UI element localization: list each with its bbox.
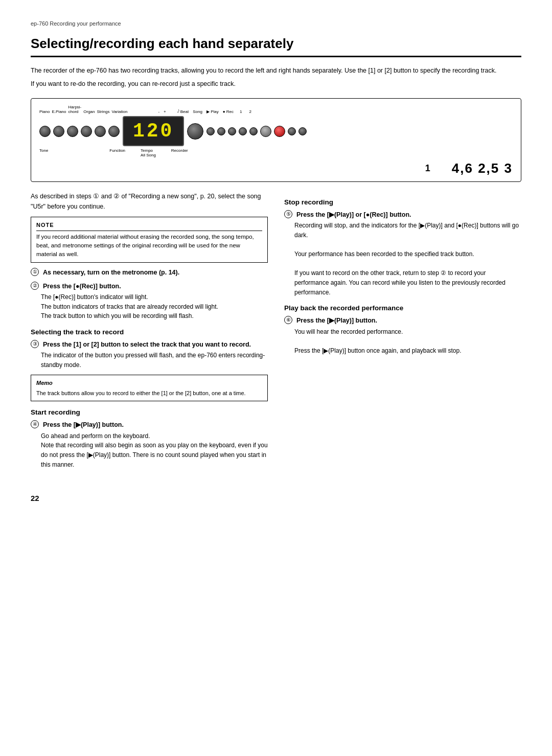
- note-box: NOTE If you record additional material w…: [31, 217, 268, 263]
- step3-circle: ③: [31, 340, 39, 348]
- breadcrumb: ep-760 Recording your performance: [31, 20, 521, 27]
- memo-text: The track buttons allow you to record to…: [36, 390, 246, 396]
- label-function: Function: [109, 148, 125, 157]
- label-song: Song: [193, 109, 202, 114]
- knob-center[interactable]: [187, 123, 203, 140]
- note-title: NOTE: [36, 221, 262, 231]
- step6-sub1: You will hear the recorded performance.: [294, 328, 403, 335]
- keyboard-diagram: Piano E.Piano Harpsi-chord Organ Strings…: [31, 98, 521, 182]
- label-minus: -: [158, 109, 159, 114]
- label-recorder: Recorder: [171, 148, 188, 157]
- btn-rec[interactable]: [274, 126, 285, 137]
- knob-piano[interactable]: [39, 126, 51, 137]
- knob-beat[interactable]: [239, 127, 247, 135]
- step4-text: Press the [▶(Play)] button.: [43, 420, 124, 430]
- step2-sub3: The track button to which you will be re…: [41, 312, 194, 319]
- label-rec: ● Rec: [223, 109, 234, 114]
- intro-line1: The recorder of the ep-760 has two recor…: [31, 65, 521, 76]
- step6-text: Press the [▶(Play)] button.: [296, 316, 377, 326]
- btn-track1[interactable]: [288, 127, 296, 135]
- step1-text: As necessary, turn on the metronome (p. …: [43, 268, 179, 278]
- btn-play[interactable]: [260, 126, 271, 137]
- prereq-text: As described in steps ① and ② of "Record…: [31, 191, 268, 212]
- stop-recording-heading: Stop recording: [284, 198, 521, 206]
- label-tone-bottom: Tone: [39, 148, 48, 157]
- step2-text: Press the [●(Rec)] button.: [43, 282, 121, 291]
- knob-metro[interactable]: [228, 127, 236, 135]
- note-text: If you record additional material withou…: [36, 234, 254, 258]
- label-1: 1: [240, 109, 242, 114]
- knob-minus[interactable]: [206, 127, 215, 135]
- step4-sub1: Go ahead and perform on the keyboard.: [41, 432, 150, 440]
- page-title: Selecting/recording each hand separately: [31, 36, 521, 57]
- label-harpsi: Harpsi-chord: [68, 105, 82, 114]
- memo-box: Memo The track buttons allow you to reco…: [31, 375, 268, 401]
- label-organ: Organ: [83, 109, 95, 114]
- step3-sub1: The indicator of the button you pressed …: [41, 352, 265, 369]
- knob-harpsi[interactable]: [67, 126, 78, 137]
- memo-title: Memo: [36, 379, 262, 387]
- step-numbers: 1 4,6 2,5 3: [39, 161, 513, 176]
- knob-organ[interactable]: [81, 126, 92, 137]
- step5-sub2: Your performance has been recorded to th…: [294, 250, 474, 258]
- display-box: 120: [123, 116, 184, 146]
- step2-sub2: The button indicators of tracks that are…: [41, 303, 218, 310]
- intro-line2: If you want to re-do the recording, you …: [31, 79, 521, 89]
- play-back-heading: Play back the recorded performance: [284, 304, 521, 312]
- step2-circle: ②: [31, 282, 39, 290]
- knob-epiano[interactable]: [53, 126, 64, 137]
- step5-sub3: If you want to record on the other track…: [294, 269, 505, 295]
- label-epiano: E.Piano: [52, 109, 66, 114]
- step1-circle: ①: [31, 268, 39, 276]
- step6-sub2: Press the [▶(Play)] button once again, a…: [294, 347, 462, 354]
- step4-sub2: Note that recording will also begin as s…: [41, 442, 268, 468]
- knob-variation[interactable]: [108, 126, 120, 137]
- label-strings: Strings: [97, 109, 110, 114]
- label-tempo: TempoAll Song: [141, 148, 156, 157]
- knob-plus[interactable]: [217, 127, 225, 135]
- step4-circle: ④: [31, 420, 39, 428]
- start-recording-heading: Start recording: [31, 408, 268, 416]
- label-play: ▶ Play: [206, 109, 219, 114]
- step6-circle: ⑥: [284, 316, 292, 324]
- knob-song[interactable]: [249, 127, 258, 135]
- knob-strings[interactable]: [95, 126, 106, 137]
- label-plus: +: [164, 109, 166, 114]
- step3-text: Press the [1] or [2] button to select th…: [43, 340, 251, 350]
- label-2: 2: [249, 109, 251, 114]
- step5-sub1: Recording will stop, and the indicators …: [294, 222, 519, 239]
- page-number: 22: [31, 494, 521, 502]
- step2-sub1: The [●(Rec)] button's indicator will lig…: [41, 293, 148, 301]
- selecting-track-heading: Selecting the track to record: [31, 328, 268, 336]
- label-beat: Beat: [180, 109, 189, 114]
- label-piano: Piano: [39, 109, 50, 114]
- label-variation: Variation: [111, 109, 127, 114]
- step5-circle: ⑤: [284, 210, 292, 218]
- step5-text: Press the [▶(Play)] or [●(Rec)] button.: [296, 210, 411, 220]
- btn-track2[interactable]: [298, 127, 307, 135]
